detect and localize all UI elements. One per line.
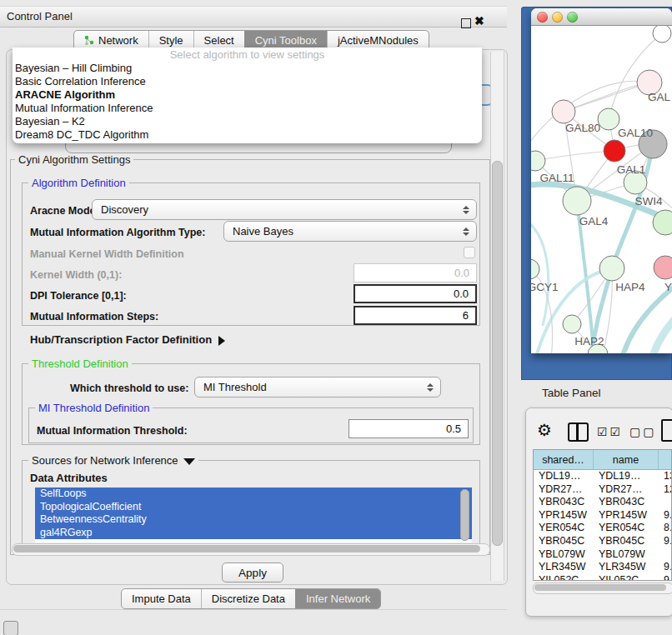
horizontal-scrollbar-thumb[interactable] xyxy=(13,545,480,552)
bottom-tab-impute-data[interactable]: Impute Data xyxy=(122,589,201,608)
table-cell: YLR345W xyxy=(534,561,594,574)
table-column-header[interactable] xyxy=(659,450,672,469)
table-column-header[interactable]: shared… xyxy=(534,450,594,469)
network-node[interactable] xyxy=(604,140,625,162)
data-attribute-item[interactable]: gal4RGexp xyxy=(35,527,472,540)
network-window-titlebar[interactable] xyxy=(531,8,672,26)
data-attributes-list: SelfLoopsTopologicalCoefficientBetweenne… xyxy=(35,488,472,542)
algorithm-option[interactable]: Mutual Information Inference xyxy=(13,102,482,115)
which-threshold-label: Which threshold to use: xyxy=(70,382,188,394)
table-cell: YPR145W xyxy=(534,509,594,522)
control-panel-titlebar: Control Panel ✖ xyxy=(0,6,507,28)
network-node-label: GAL10 xyxy=(618,127,653,139)
kernel-width-input[interactable]: 0.0 xyxy=(354,263,477,282)
minimized-panel-icon[interactable] xyxy=(3,621,18,635)
control-panel-title: Control Panel xyxy=(7,10,73,22)
tab-label: jActiveMNodules xyxy=(338,34,419,47)
network-node[interactable] xyxy=(654,256,672,279)
table-panel-title: Table Panel xyxy=(542,387,601,399)
algorithm-option[interactable]: Dream8 DC_TDC Algorithm xyxy=(13,128,482,142)
network-node[interactable] xyxy=(563,187,591,215)
mi-algorithm-type-select[interactable]: Naive Bayes xyxy=(223,221,477,242)
network-node[interactable] xyxy=(531,259,539,279)
data-attribute-item[interactable]: BetweennessCentrality xyxy=(35,513,472,527)
algorithm-option[interactable]: Bayesian – Hill Climbing xyxy=(13,62,482,75)
table-cell xyxy=(659,496,672,509)
bottom-tab-infer-network[interactable]: Infer Network xyxy=(295,589,380,608)
table-row[interactable]: YDR27…YDR27…12 xyxy=(534,483,671,497)
node-table-header[interactable]: shared…name xyxy=(534,450,671,470)
network-view-window[interactable]: GALGAL80GAL10GAL11GAL1SWI4GAL4GCY1HAP4YH… xyxy=(531,8,672,353)
table-row[interactable]: YBR045CYBR045C9. xyxy=(534,535,671,548)
table-cell: 12 xyxy=(659,483,672,497)
table-row[interactable]: YLR345WYLR345W9. xyxy=(534,561,671,574)
table-row[interactable]: YPR145WYPR145W9. xyxy=(534,509,671,522)
document-icon[interactable] xyxy=(661,419,672,442)
minimize-window-icon[interactable] xyxy=(552,12,563,22)
algorithm-option[interactable]: Basic Correlation Inference xyxy=(13,75,482,88)
network-edge xyxy=(535,151,614,161)
network-node[interactable] xyxy=(599,256,624,281)
table-cell: YBR043C xyxy=(594,496,659,509)
attributes-scrollbar-thumb[interactable] xyxy=(460,489,469,541)
manual-kernel-width-checkbox[interactable] xyxy=(464,247,475,258)
table-cell: 8. xyxy=(659,522,672,535)
hub-definition-toggle[interactable]: Hub/Transcription Factor Definition xyxy=(30,333,225,346)
network-graph-icon xyxy=(84,35,94,46)
algorithm-dropdown-popup: Select algorithm to view settings Bayesi… xyxy=(13,48,482,143)
network-node[interactable] xyxy=(563,315,581,333)
data-attribute-item[interactable]: TopologicalCoefficient xyxy=(35,501,472,514)
table-cell: YDL19… xyxy=(594,470,659,483)
algorithm-option[interactable]: ARACNE Algorithm xyxy=(13,88,482,102)
mi-algorithm-type-value: Naive Bayes xyxy=(233,225,293,238)
network-node-label: GAL4 xyxy=(579,215,609,228)
close-panel-icon[interactable]: ✖ xyxy=(474,14,484,28)
zoom-window-icon[interactable] xyxy=(567,12,578,22)
mi-steps-input[interactable]: 6 xyxy=(354,306,477,325)
kernel-width-label: Kernel Width (0,1): xyxy=(30,269,122,281)
checked-boxes-icon[interactable]: ☑☑ xyxy=(597,425,623,438)
apply-button[interactable]: Apply xyxy=(222,562,283,582)
settings-scrollbar-thumb[interactable] xyxy=(492,161,503,546)
table-scrollbar-thumb[interactable] xyxy=(534,584,666,591)
aracne-mode-label: Aracne Mode: xyxy=(30,205,99,217)
sources-group-toggle[interactable]: Sources for Network Inference xyxy=(28,454,198,467)
split-column-icon[interactable] xyxy=(568,422,589,442)
float-panel-icon[interactable] xyxy=(461,18,471,28)
cyni-settings-group-title: Cyni Algorithm Settings xyxy=(15,153,133,166)
table-cell: YLR345W xyxy=(594,561,659,574)
table-row[interactable]: YDL19…YDL19…13 xyxy=(534,470,671,483)
table-row[interactable]: YBL079WYBL079W xyxy=(534,548,671,562)
algorithm-option[interactable]: Bayesian – K2 xyxy=(13,115,482,128)
which-threshold-value: MI Threshold xyxy=(203,381,267,393)
mi-threshold-label: Mutual Information Threshold: xyxy=(37,425,188,437)
dpi-tolerance-input[interactable]: 0.0 xyxy=(354,284,477,303)
network-node[interactable] xyxy=(653,26,671,42)
network-node[interactable] xyxy=(598,108,619,130)
node-table[interactable]: shared…name YDL19…YDL19…13YDR27…YDR27…12… xyxy=(533,449,672,581)
table-cell: YBL079W xyxy=(594,548,659,562)
gear-icon[interactable]: ⚙ xyxy=(537,420,552,440)
bottom-tab-discretize-data[interactable]: Discretize Data xyxy=(201,589,295,608)
network-canvas[interactable]: GALGAL80GAL10GAL11GAL1SWI4GAL4GCY1HAP4YH… xyxy=(531,26,672,353)
aracne-mode-select[interactable]: Discovery xyxy=(92,199,477,220)
table-cell: YPR145W xyxy=(594,509,659,522)
which-threshold-select[interactable]: MI Threshold xyxy=(194,377,441,398)
network-node[interactable] xyxy=(552,100,575,123)
threshold-definition-title: Threshold Definition xyxy=(28,358,132,370)
table-cell: YDR27… xyxy=(594,483,659,497)
table-row[interactable]: YER054CYER054C8. xyxy=(534,522,671,535)
table-cell: 9. xyxy=(659,561,672,574)
spinner-arrows-icon xyxy=(463,206,469,214)
table-row[interactable]: YIL052CYIL052C9. xyxy=(534,574,671,581)
close-window-icon[interactable] xyxy=(537,12,548,22)
mi-threshold-input[interactable]: 0.5 xyxy=(349,419,469,438)
data-attribute-item[interactable]: SelfLoops xyxy=(35,488,472,501)
unchecked-boxes-icon[interactable]: ▢▢ xyxy=(629,425,656,438)
network-edge xyxy=(650,308,672,353)
bottom-tab-label: Discretize Data xyxy=(212,592,285,605)
table-column-header[interactable]: name xyxy=(594,450,659,469)
table-row[interactable]: YBR043CYBR043C xyxy=(534,496,671,509)
tab-label: Select xyxy=(204,34,234,47)
spinner-arrows-icon xyxy=(427,383,434,392)
